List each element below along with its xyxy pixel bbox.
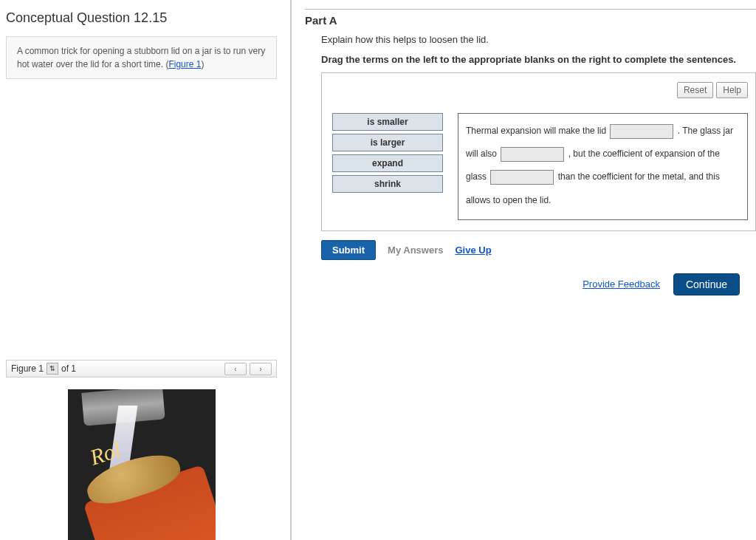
figure-label: Figure 1 [11,363,44,374]
figure-select[interactable]: ⇅ [47,363,58,375]
intro-text: A common trick for opening a stubborn li… [17,46,265,69]
help-button[interactable]: Help [716,82,748,98]
provide-feedback-link[interactable]: Provide Feedback [583,278,660,290]
term-is-larger[interactable]: is larger [332,134,443,151]
figure-prev-button[interactable]: ‹ [224,363,247,375]
figure-image: Rol [68,389,216,540]
sentence-1b: . The glass jar [675,126,732,136]
term-is-smaller[interactable]: is smaller [332,113,443,131]
part-title: Part A [305,14,756,27]
blank-2[interactable] [501,147,564,162]
blank-3[interactable] [490,170,554,185]
sentence-3b: than the coefficient for the metal, and … [555,171,720,182]
intro-end: ) [201,59,204,69]
sentence-2b: , but the coefficient of expansion of th… [566,148,720,159]
sentence-1a: Thermal expansion will make the lid [466,126,608,136]
figure-nav-bar: Figure 1 ⇅ of 1 ‹ › [6,360,277,377]
submit-button[interactable]: Submit [321,240,376,260]
give-up-link[interactable]: Give Up [455,245,491,256]
drag-instruction: Drag the terms on the left to the approp… [321,54,756,65]
term-shrink[interactable]: shrink [332,175,443,193]
sentence-2a: will also [466,148,499,159]
part-instruction: Explain how this helps to loosen the lid… [321,34,756,45]
figure-of-text: of 1 [61,363,76,374]
sentence-4: allows to open the lid. [466,195,551,205]
activity-area: Reset Help is smaller is larger expand s… [321,72,756,231]
sentence-3a: glass [466,171,489,182]
question-title: Conceptual Question 12.15 [6,10,277,26]
reset-button[interactable]: Reset [677,82,713,98]
figure-link[interactable]: Figure 1 [168,59,201,69]
term-expand[interactable]: expand [332,154,443,172]
question-intro: A common trick for opening a stubborn li… [6,36,277,79]
figure-next-button[interactable]: › [250,363,272,375]
sentence-box: Thermal expansion will make the lid . Th… [458,113,748,220]
my-answers-link[interactable]: My Answers [388,245,443,256]
terms-column: is smaller is larger expand shrink [331,113,444,193]
continue-button[interactable]: Continue [673,273,740,295]
blank-1[interactable] [610,124,673,139]
